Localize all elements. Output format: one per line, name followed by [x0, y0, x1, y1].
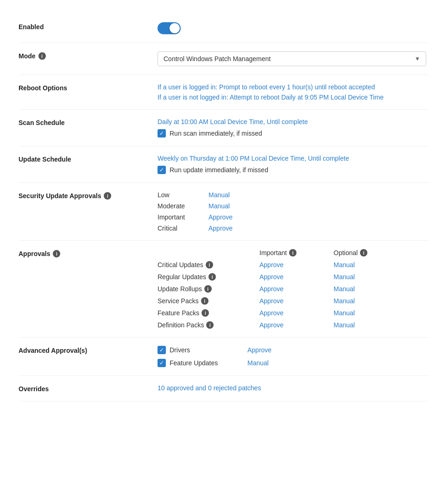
advanced-value[interactable]: Approve	[247, 346, 271, 354]
approval-row-name: Update Rollups i	[158, 285, 259, 293]
approval-row-important[interactable]: Approve	[259, 273, 334, 281]
reboot-line1[interactable]: If a user is logged in: Prompt to reboot…	[158, 83, 429, 91]
overrides-link[interactable]: 10 approved and 0 rejected patches	[158, 384, 429, 392]
approvals-info-icon[interactable]: i	[53, 250, 60, 257]
advanced-value[interactable]: Manual	[247, 359, 269, 367]
approval-row-info-icon[interactable]: i	[206, 321, 214, 329]
security-approval-row: Low Manual	[158, 191, 429, 199]
approval-row-info-icon[interactable]: i	[202, 309, 209, 317]
scan-schedule-row: Scan Schedule Daily at 10:00 AM Local De…	[19, 110, 429, 146]
security-level-value[interactable]: Approve	[208, 225, 233, 232]
approval-row-optional[interactable]: Manual	[334, 273, 408, 281]
approval-row-optional[interactable]: Manual	[334, 321, 408, 329]
scan-checkbox[interactable]: ✓	[158, 129, 166, 138]
enabled-value	[158, 22, 429, 34]
mode-dropdown-text: Control Windows Patch Management	[164, 55, 271, 62]
update-schedule-link[interactable]: Weekly on Thursday at 1:00 PM Local Devi…	[158, 155, 429, 162]
approval-data-row: Regular Updates i Approve Manual	[158, 273, 429, 281]
approval-data-row: Critical Updates i Approve Manual	[158, 261, 429, 269]
approvals-header: Important i Optional i	[158, 249, 429, 256]
reboot-line2[interactable]: If a user is not logged in: Attempt to r…	[158, 94, 429, 101]
overrides-label-text: Overrides	[19, 385, 49, 393]
approval-row-name: Critical Updates i	[158, 261, 259, 269]
overrides-row: Overrides 10 approved and 0 rejected pat…	[19, 376, 429, 401]
approvals-important-label: Important	[259, 249, 287, 256]
security-approvals-value: Low Manual Moderate Manual Important App…	[158, 191, 429, 232]
approval-row-important[interactable]: Approve	[259, 321, 334, 329]
update-checkbox[interactable]: ✓	[158, 166, 166, 174]
security-level-value[interactable]: Manual	[208, 202, 230, 210]
update-checkbox-row: ✓ Run update immediately, if missed	[158, 166, 429, 174]
approval-row-important[interactable]: Approve	[259, 285, 334, 293]
approval-row-optional[interactable]: Manual	[334, 261, 408, 269]
dropdown-arrow-icon: ▼	[415, 56, 420, 62]
approval-row-optional[interactable]: Manual	[334, 285, 408, 293]
approvals-col-optional-header: Optional i	[334, 249, 408, 256]
security-approvals-info-icon[interactable]: i	[104, 192, 111, 200]
advanced-approvals-label: Advanced Approval(s)	[19, 346, 158, 354]
advanced-approval-row: ✓ Feature Updates Manual	[158, 359, 429, 367]
security-level-label: Important	[158, 213, 199, 221]
scan-checkmark: ✓	[159, 131, 164, 136]
advanced-checkbox[interactable]: ✓	[158, 346, 166, 354]
approval-row-important[interactable]: Approve	[259, 309, 334, 317]
scan-checkbox-label: Run scan immediately, if missed	[170, 130, 262, 137]
reboot-options-label-text: Reboot Options	[19, 84, 67, 92]
approvals-data-list: Critical Updates i Approve Manual Regula…	[158, 261, 429, 329]
approval-data-row: Service Packs i Approve Manual	[158, 297, 429, 305]
advanced-approval-row: ✓ Drivers Approve	[158, 346, 429, 354]
scan-schedule-link[interactable]: Daily at 10:00 AM Local Device Time, Unt…	[158, 118, 429, 125]
security-approval-row: Important Approve	[158, 213, 429, 221]
advanced-checkbox[interactable]: ✓	[158, 359, 166, 367]
security-approvals-row: Security Update Approvals i Low Manual M…	[19, 183, 429, 241]
update-checkmark: ✓	[159, 167, 164, 173]
security-approvals-label-text: Security Update Approvals	[19, 192, 101, 200]
approval-row-name: Service Packs i	[158, 297, 259, 305]
enabled-row: Enabled	[19, 14, 429, 43]
approval-row-info-icon[interactable]: i	[204, 285, 212, 293]
scan-schedule-label: Scan Schedule	[19, 118, 158, 126]
approval-row-important[interactable]: Approve	[259, 297, 334, 305]
approval-row-important[interactable]: Approve	[259, 261, 334, 269]
advanced-name: Drivers	[170, 346, 244, 354]
approval-row-name: Regular Updates i	[158, 273, 259, 281]
enabled-label: Enabled	[19, 22, 158, 31]
update-schedule-value: Weekly on Thursday at 1:00 PM Local Devi…	[158, 155, 429, 174]
security-approval-row: Critical Approve	[158, 225, 429, 232]
update-schedule-label: Update Schedule	[19, 155, 158, 163]
approval-row-info-icon[interactable]: i	[201, 297, 208, 305]
mode-label-text: Mode	[19, 52, 36, 60]
approval-row-info-icon[interactable]: i	[206, 261, 213, 269]
approval-row-name: Definition Packs i	[158, 321, 259, 329]
mode-info-icon[interactable]: i	[38, 52, 46, 60]
approvals-col-name-header	[158, 249, 259, 256]
approvals-label: Approvals i	[19, 249, 158, 257]
security-level-label: Low	[158, 191, 199, 199]
security-level-value[interactable]: Approve	[208, 213, 233, 221]
security-level-label: Moderate	[158, 202, 199, 210]
security-approval-row: Moderate Manual	[158, 202, 429, 210]
advanced-approvals-row: Advanced Approval(s) ✓ Drivers Approve ✓…	[19, 338, 429, 376]
mode-value: Control Windows Patch Management ▼	[158, 51, 429, 66]
scan-schedule-label-text: Scan Schedule	[19, 119, 65, 126]
scan-schedule-value: Daily at 10:00 AM Local Device Time, Unt…	[158, 118, 429, 138]
security-level-label: Critical	[158, 225, 199, 232]
security-level-value[interactable]: Manual	[208, 191, 230, 199]
approval-row-optional[interactable]: Manual	[334, 297, 408, 305]
advanced-checkmark: ✓	[159, 347, 164, 353]
approval-row-info-icon[interactable]: i	[208, 273, 216, 281]
approvals-optional-info-icon[interactable]: i	[360, 249, 367, 256]
approval-row-name: Feature Packs i	[158, 309, 259, 317]
enabled-toggle[interactable]	[158, 22, 181, 34]
advanced-approvals-list: ✓ Drivers Approve ✓ Feature Updates Manu…	[158, 346, 429, 367]
reboot-options-label: Reboot Options	[19, 83, 158, 92]
mode-dropdown[interactable]: Control Windows Patch Management ▼	[158, 51, 426, 66]
mode-label: Mode i	[19, 51, 158, 60]
approval-data-row: Definition Packs i Approve Manual	[158, 321, 429, 329]
approval-row-optional[interactable]: Manual	[334, 309, 408, 317]
approvals-col-important-header: Important i	[259, 249, 334, 256]
approvals-value: Important i Optional i Critical Updates …	[158, 249, 429, 329]
approvals-important-info-icon[interactable]: i	[289, 249, 297, 256]
overrides-value: 10 approved and 0 rejected patches	[158, 384, 429, 392]
enabled-label-text: Enabled	[19, 23, 44, 31]
